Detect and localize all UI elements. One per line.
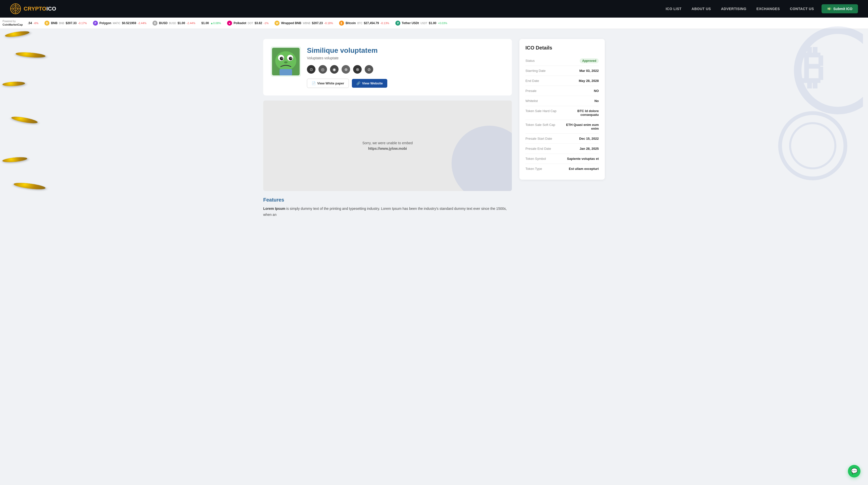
social-icon-4[interactable]: ⊕ bbox=[342, 65, 350, 73]
ticker-coin-bitcoin: ₿ Bitcoin BTC $27,454.79 -0.13% bbox=[339, 21, 389, 26]
ico-subtitle: Voluptates voluptate bbox=[307, 56, 504, 60]
usdt-small-change: ▲0.08% bbox=[211, 22, 221, 25]
detail-row: Token SymbolSapiente voluptas et bbox=[525, 154, 599, 164]
ticker-coin-tether: ₮ Tether USDt USDT $1.00 +0.03% bbox=[395, 21, 447, 26]
detail-value: No bbox=[563, 99, 599, 103]
ticker-coin-bnb: B BNB BNB $207.33 -0.17% bbox=[44, 21, 87, 26]
submit-ico-icon: 💵 bbox=[827, 7, 831, 11]
tether-icon: ₮ bbox=[395, 21, 400, 26]
svg-point-10 bbox=[275, 51, 297, 70]
bg-btc-decoration: ₿ bbox=[763, 20, 863, 197]
embed-url-text: https://www.jylow.mobi bbox=[368, 147, 407, 151]
svg-point-8 bbox=[790, 123, 835, 169]
ico-logo bbox=[271, 47, 301, 77]
detail-row: PresaleNO bbox=[525, 86, 599, 96]
polkadot-icon: ● bbox=[227, 21, 232, 26]
detail-value: BTC Id dolore consequatu bbox=[563, 109, 599, 117]
ico-header-info: Similique voluptatem Voluptates voluptat… bbox=[307, 47, 504, 88]
detail-row: Token Sale Hard CapBTC Id dolore consequ… bbox=[525, 106, 599, 120]
status-badge: Approved bbox=[580, 58, 599, 63]
svg-point-17 bbox=[284, 61, 287, 63]
logo-icon bbox=[10, 3, 21, 14]
logo-ico: ICO bbox=[46, 5, 56, 12]
svg-text:₿: ₿ bbox=[801, 42, 824, 92]
ico-details-card: ICO Details StatusApprovedStarrting Date… bbox=[519, 39, 605, 180]
detail-value: Sapiente voluptas et bbox=[563, 157, 599, 160]
svg-point-13 bbox=[280, 57, 283, 60]
features-title: Features bbox=[263, 197, 512, 203]
nav-links: ICO LIST ABOUT US ADVERTISING EXCHANGES … bbox=[665, 7, 814, 11]
embed-container: Sorry, we were unable to embed https://w… bbox=[263, 100, 512, 191]
social-icon-2[interactable]: ◎ bbox=[318, 65, 327, 73]
website-label: View Website bbox=[362, 82, 383, 85]
main-content: Similique voluptatem Voluptates voluptat… bbox=[258, 29, 610, 233]
price-ticker: Powered by CoinMarketCap .54 -6% B BNB B… bbox=[0, 18, 868, 29]
logo[interactable]: CRYPTOICO bbox=[10, 3, 56, 14]
wbnb-icon: W bbox=[275, 21, 280, 26]
social-icon-3[interactable]: ◉ bbox=[330, 65, 339, 73]
detail-row: End DateMay 28, 2028 bbox=[525, 76, 599, 86]
view-website-button[interactable]: 🔗 View Website bbox=[352, 79, 387, 88]
ticker-coin-1: .54 -6% bbox=[28, 21, 38, 25]
svg-point-16 bbox=[290, 58, 291, 59]
detail-row: Token TypeEst ullam excepturi bbox=[525, 164, 599, 174]
logo-text: CRYPTOICO bbox=[24, 5, 56, 12]
detail-label: Token Symbol bbox=[525, 157, 561, 160]
svg-point-5 bbox=[798, 30, 863, 111]
svg-point-14 bbox=[289, 57, 292, 60]
embed-error-text: Sorry, we were unable to embed bbox=[363, 141, 413, 145]
nav-contact-us[interactable]: CONTACT US bbox=[790, 7, 814, 11]
navbar: CRYPTOICO ICO LIST ABOUT US ADVERTISING … bbox=[0, 0, 868, 18]
social-icon-5[interactable]: ⊗ bbox=[353, 65, 362, 73]
view-whitepaper-button[interactable]: 📄 View White paper bbox=[307, 79, 349, 88]
detail-row: Starrting DateMar 03, 2022 bbox=[525, 66, 599, 76]
detail-label: Starrting Date bbox=[525, 69, 561, 72]
nav-ico-list[interactable]: ICO LIST bbox=[665, 7, 681, 11]
whitepaper-label: View White paper bbox=[317, 82, 344, 85]
detail-label: Whitelist bbox=[525, 99, 561, 103]
ico-title: Similique voluptatem bbox=[307, 47, 504, 55]
detail-value: Est ullam excepturi bbox=[563, 167, 599, 171]
submit-ico-label: Submit ICO bbox=[833, 7, 852, 11]
busd-icon: B bbox=[152, 21, 157, 26]
chat-button[interactable]: 💬 bbox=[848, 465, 861, 478]
detail-label: Presale End Date bbox=[525, 147, 561, 151]
ico-logo-image bbox=[272, 48, 300, 75]
detail-value: Dec 15, 2022 bbox=[563, 137, 599, 141]
bitcoin-icon: ₿ bbox=[339, 21, 344, 26]
coinmarketcap-label: CoinMarketCap bbox=[2, 23, 23, 26]
ticker-coin-busd: B BUSD BUSD $1.00 -2.44% bbox=[152, 21, 195, 26]
embed-bg-circle bbox=[452, 126, 512, 191]
detail-row: Presale Start DateDec 15, 2022 bbox=[525, 134, 599, 144]
nav-advertising[interactable]: ADVERTISING bbox=[721, 7, 746, 11]
detail-value: May 28, 2028 bbox=[563, 79, 599, 83]
detail-value: NO bbox=[563, 89, 599, 93]
ico-details-title: ICO Details bbox=[525, 45, 599, 51]
ticker-coin-polygon: P Polygon MATIC $0.521959 -2.44% bbox=[93, 21, 147, 26]
left-content: Similique voluptatem Voluptates voluptat… bbox=[263, 39, 512, 223]
features-highlight: Lorem Ipsum bbox=[263, 207, 285, 211]
ico-header-card: Similique voluptatem Voluptates voluptat… bbox=[263, 39, 512, 95]
nav-about-us[interactable]: ABOUT US bbox=[692, 7, 711, 11]
ticker-powered-by: Powered by CoinMarketCap bbox=[2, 20, 23, 26]
detail-value: ETH Quasi enim eum enim bbox=[563, 123, 599, 130]
detail-row: StatusApproved bbox=[525, 56, 599, 66]
ticker-coin-usdt-small: $1.00 ▲0.08% bbox=[202, 21, 221, 25]
detail-value: Approved bbox=[563, 59, 599, 63]
bnb-icon: B bbox=[44, 21, 50, 26]
social-icon-6[interactable]: ⊘ bbox=[365, 65, 373, 73]
ticker-coin-wbnb: W Wrapped BNB WBNB $207.23 -0.18% bbox=[275, 21, 333, 26]
ico-action-buttons: 📄 View White paper 🔗 View Website bbox=[307, 79, 504, 88]
detail-rows-container: StatusApprovedStarrting DateMar 03, 2022… bbox=[525, 56, 599, 174]
svg-point-7 bbox=[780, 113, 845, 178]
detail-row: Presale End DateJan 28, 2025 bbox=[525, 144, 599, 154]
ico-details-panel: ICO Details StatusApprovedStarrting Date… bbox=[519, 39, 605, 223]
nav-exchanges[interactable]: EXCHANGES bbox=[756, 7, 780, 11]
detail-row: Token Sale Soft CapETH Quasi enim eum en… bbox=[525, 120, 599, 134]
detail-label: Presale Start Date bbox=[525, 137, 561, 141]
social-icon-1[interactable]: ⊙ bbox=[307, 65, 315, 73]
ticker-items: .54 -6% B BNB BNB $207.33 -0.17% P Polyg… bbox=[28, 21, 447, 26]
submit-ico-button[interactable]: 💵 Submit ICO bbox=[822, 4, 858, 13]
ticker-coin-polkadot: ● Polkadot DOT $3.82 -1% bbox=[227, 21, 269, 26]
detail-value: Jan 28, 2025 bbox=[563, 147, 599, 151]
